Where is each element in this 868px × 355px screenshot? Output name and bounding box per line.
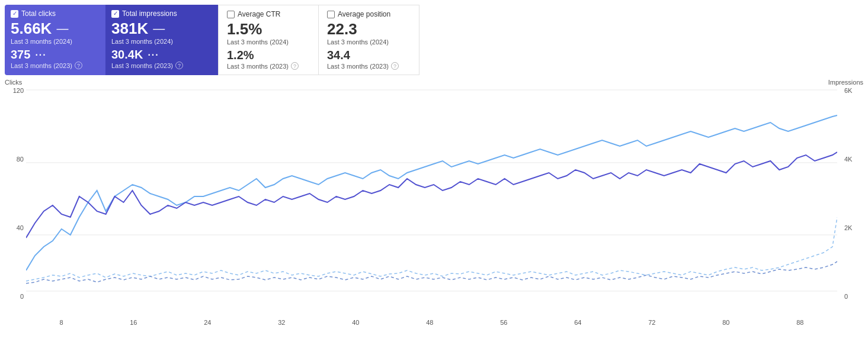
impressions-2024-line — [26, 115, 837, 270]
metric-average-ctr-header: Average CTR — [227, 10, 306, 18]
x-axis: 8 16 24 32 40 48 56 64 72 80 88 — [26, 319, 837, 326]
y-right-2k: 2K — [844, 224, 852, 231]
metric-total-impressions-header: ✓ Total impressions — [111, 9, 210, 18]
metric-total-clicks-value: 5.66K — — [11, 20, 97, 38]
y-axis-right-values: 6K 4K 2K 0 — [842, 87, 868, 300]
x-label-32: 32 — [278, 319, 285, 326]
impressions-2023-line — [26, 217, 837, 281]
y-axis-right-label: Impressions — [828, 79, 863, 86]
y-left-0: 0 — [20, 293, 24, 300]
metric-total-impressions-label: Total impressions — [122, 9, 177, 18]
y-right-6k: 6K — [844, 87, 852, 94]
x-label-64: 64 — [574, 319, 581, 326]
y-left-120: 120 — [13, 87, 24, 94]
metric-total-clicks-header: ✓ Total clicks — [11, 9, 97, 18]
x-label-16: 16 — [130, 319, 137, 326]
metric-average-position-value: 22.3 — [327, 20, 407, 38]
y-axis-left-label: Clicks — [5, 79, 22, 86]
x-label-8: 8 — [59, 319, 63, 326]
metric-total-impressions[interactable]: ✓ Total impressions 381K — Last 3 months… — [105, 5, 218, 75]
y-right-0: 0 — [844, 293, 848, 300]
x-label-24: 24 — [204, 319, 211, 326]
y-right-4k: 4K — [844, 156, 852, 163]
metric-total-clicks[interactable]: ✓ Total clicks 5.66K — Last 3 months (20… — [5, 5, 105, 75]
metric-average-ctr-value: 1.5% — [227, 20, 306, 38]
metric-average-position[interactable]: Average position 22.3 Last 3 months (202… — [319, 5, 419, 75]
metric-average-ctr-sub1: Last 3 months (2024) — [227, 38, 306, 46]
chart-section: Clicks Impressions 120 80 40 0 6K 4K 2K … — [0, 79, 868, 327]
metric-average-ctr[interactable]: Average CTR 1.5% Last 3 months (2024) 1.… — [218, 5, 319, 75]
y-axis-left-values: 120 80 40 0 — [0, 87, 26, 300]
metric-total-clicks-label: Total clicks — [21, 9, 56, 18]
x-label-72: 72 — [648, 319, 655, 326]
metric-average-ctr-sub2: Last 3 months (2023) ? — [227, 62, 306, 70]
metric-average-position-label: Average position — [338, 10, 390, 18]
x-label-56: 56 — [500, 319, 507, 326]
metric-total-clicks-sub2: Last 3 months (2023) ? — [11, 62, 97, 69]
metric-total-impressions-value: 381K — — [111, 20, 210, 38]
metric-total-clicks-sub1: Last 3 months (2024) — [11, 38, 97, 45]
metrics-bar: ✓ Total clicks 5.66K — Last 3 months (20… — [0, 0, 868, 75]
metric-average-position-header: Average position — [327, 10, 407, 18]
x-label-40: 40 — [352, 319, 359, 326]
metric-average-position-sub1: Last 3 months (2024) — [327, 38, 407, 46]
x-label-48: 48 — [426, 319, 433, 326]
metric-total-impressions-sub1: Last 3 months (2024) — [111, 38, 210, 45]
metric-average-ctr-value2: 1.2% — [227, 49, 306, 62]
metric-total-impressions-sub2: Last 3 months (2023) ? — [111, 62, 210, 69]
chart-svg — [26, 87, 837, 306]
metric-average-position-value2: 34.4 — [327, 49, 407, 62]
metric-average-ctr-label: Average CTR — [238, 10, 280, 18]
x-label-88: 88 — [796, 319, 803, 326]
metric-average-position-sub2: Last 3 months (2023) ? — [327, 62, 407, 70]
y-left-40: 40 — [17, 224, 24, 231]
x-label-80: 80 — [722, 319, 729, 326]
metric-total-clicks-value2: 375 ··· — [11, 48, 97, 62]
metric-total-impressions-value2: 30.4K ··· — [111, 48, 210, 62]
y-left-80: 80 — [17, 156, 24, 163]
